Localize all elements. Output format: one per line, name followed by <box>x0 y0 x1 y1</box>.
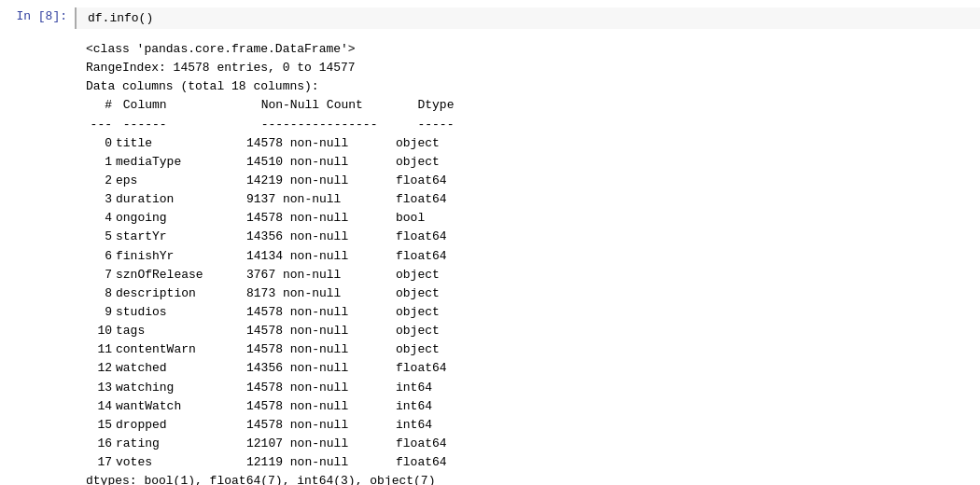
row-num: 10 <box>86 322 112 340</box>
header-column: Column <box>123 96 254 115</box>
row-dtype: float64 <box>396 359 470 378</box>
table-row: 5startYr14356 non-nullfloat64 <box>86 228 492 246</box>
row-num: 14 <box>86 397 112 416</box>
sep4: ----- <box>417 116 492 134</box>
row-num: 3 <box>86 190 112 209</box>
row-dtype: float64 <box>396 172 470 190</box>
range-index-line: RangeIndex: 14578 entries, 0 to 14577 <box>86 59 492 77</box>
table-row: 13watching14578 non-nullint64 <box>86 379 492 397</box>
row-dtype: float64 <box>396 453 470 472</box>
row-count: 14578 non-null <box>246 397 396 416</box>
class-line: <class 'pandas.core.frame.DataFrame'> <box>86 40 492 59</box>
output-content: <class 'pandas.core.frame.DataFrame'> Ra… <box>75 40 492 485</box>
header-nonnull: Non-Null Count <box>261 96 411 115</box>
table-row: 12watched14356 non-nullfloat64 <box>86 359 492 378</box>
separator-row: --- ------ ---------------- ----- <box>86 116 492 134</box>
row-count: 9137 non-null <box>246 190 396 209</box>
cell-label: In [8]: <box>0 7 75 29</box>
sep2: ------ <box>123 116 254 134</box>
row-dtype: object <box>396 303 470 322</box>
notebook-cell: In [8]: df.info() <box>0 0 980 36</box>
data-columns-line: Data columns (total 18 columns): <box>86 77 492 96</box>
row-num: 11 <box>86 340 112 359</box>
row-num: 4 <box>86 209 112 228</box>
row-count: 14578 non-null <box>246 379 396 397</box>
dtypes-line: dtypes: bool(1), float64(7), int64(3), o… <box>86 472 492 485</box>
header-row: # Column Non-Null Count Dtype <box>86 96 492 115</box>
row-dtype: int64 <box>396 397 470 416</box>
table-row: 6finishYr14134 non-nullfloat64 <box>86 247 492 266</box>
table-row: 1mediaType14510 non-nullobject <box>86 153 492 172</box>
row-col-name: votes <box>116 453 246 472</box>
row-count: 14578 non-null <box>246 134 396 153</box>
row-dtype: float64 <box>396 228 470 246</box>
row-count: 8173 non-null <box>246 284 396 303</box>
row-num: 1 <box>86 153 112 172</box>
row-count: 14578 non-null <box>246 322 396 340</box>
header-num: # <box>86 96 112 115</box>
row-count: 12119 non-null <box>246 453 396 472</box>
sep1: --- <box>86 116 112 134</box>
row-num: 2 <box>86 172 112 190</box>
row-col-name: eps <box>116 172 246 190</box>
row-col-name: finishYr <box>116 247 246 266</box>
output-label <box>0 40 75 485</box>
table-row: 14wantWatch14578 non-nullint64 <box>86 397 492 416</box>
row-col-name: duration <box>116 190 246 209</box>
row-dtype: float64 <box>396 435 470 453</box>
row-num: 5 <box>86 228 112 246</box>
row-col-name: dropped <box>116 416 246 435</box>
table-row: 15dropped14578 non-nullint64 <box>86 416 492 435</box>
row-num: 8 <box>86 284 112 303</box>
row-count: 3767 non-null <box>246 266 396 284</box>
table-row: 16rating12107 non-nullfloat64 <box>86 435 492 453</box>
row-col-name: wantWatch <box>116 397 246 416</box>
table-row: 11contentWarn14578 non-nullobject <box>86 340 492 359</box>
row-col-name: tags <box>116 322 246 340</box>
table-row: 2eps14219 non-nullfloat64 <box>86 172 492 190</box>
row-dtype: float64 <box>396 190 470 209</box>
cell-input[interactable]: df.info() <box>75 7 980 29</box>
row-col-name: ongoing <box>116 209 246 228</box>
row-count: 14356 non-null <box>246 359 396 378</box>
row-col-name: rating <box>116 435 246 453</box>
row-count: 14510 non-null <box>246 153 396 172</box>
row-col-name: watched <box>116 359 246 378</box>
row-dtype: object <box>396 153 470 172</box>
row-count: 14134 non-null <box>246 247 396 266</box>
table-row: 10tags14578 non-nullobject <box>86 322 492 340</box>
row-count: 14219 non-null <box>246 172 396 190</box>
row-count: 14578 non-null <box>246 209 396 228</box>
row-col-name: watching <box>116 379 246 397</box>
data-rows: 0title14578 non-nullobject1mediaType1451… <box>86 134 492 473</box>
row-dtype: bool <box>396 209 470 228</box>
row-num: 17 <box>86 453 112 472</box>
row-dtype: object <box>396 266 470 284</box>
table-row: 9studios14578 non-nullobject <box>86 303 492 322</box>
row-num: 16 <box>86 435 112 453</box>
row-dtype: int64 <box>396 379 470 397</box>
row-col-name: sznOfRelease <box>116 266 246 284</box>
row-dtype: object <box>396 284 470 303</box>
row-num: 13 <box>86 379 112 397</box>
row-num: 6 <box>86 247 112 266</box>
row-num: 12 <box>86 359 112 378</box>
table-row: 7sznOfRelease3767 non-nullobject <box>86 266 492 284</box>
row-count: 14578 non-null <box>246 416 396 435</box>
row-num: 9 <box>86 303 112 322</box>
cell-output: <class 'pandas.core.frame.DataFrame'> Ra… <box>0 36 980 485</box>
row-col-name: studios <box>116 303 246 322</box>
row-dtype: object <box>396 134 470 153</box>
row-count: 14356 non-null <box>246 228 396 246</box>
row-count: 14578 non-null <box>246 340 396 359</box>
row-num: 7 <box>86 266 112 284</box>
row-num: 0 <box>86 134 112 153</box>
row-count: 12107 non-null <box>246 435 396 453</box>
sep3: ---------------- <box>261 116 411 134</box>
row-dtype: float64 <box>396 247 470 266</box>
row-dtype: object <box>396 340 470 359</box>
table-row: 17votes12119 non-nullfloat64 <box>86 453 492 472</box>
table-row: 3duration9137 non-nullfloat64 <box>86 190 492 209</box>
row-dtype: int64 <box>396 416 470 435</box>
table-row: 4ongoing14578 non-nullbool <box>86 209 492 228</box>
